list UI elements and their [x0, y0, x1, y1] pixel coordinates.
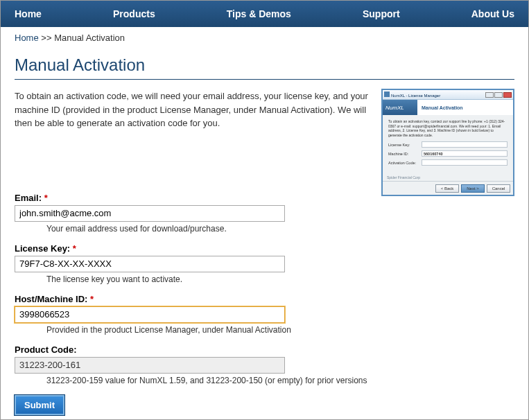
dialog-desc: To obtain an activation key, contact our… — [388, 119, 508, 137]
dialog-back-button: < Back — [435, 184, 459, 193]
email-help: Your email address used for download/pur… — [46, 224, 514, 234]
license-manager-screenshot: NumXL - License Manager NumXL Manual Act… — [381, 89, 514, 196]
close-icon — [503, 92, 512, 98]
license-key-field[interactable] — [15, 256, 285, 272]
machine-id-field[interactable] — [15, 306, 285, 323]
breadcrumb: Home >> Manual Activation — [1, 27, 528, 49]
top-nav: Home Products Tips & Demos Support About… — [1, 1, 528, 27]
machine-id-help: Provided in the product License Manager,… — [46, 325, 514, 335]
license-help: The license key you want to activate. — [46, 274, 514, 284]
breadcrumb-home-link[interactable]: Home — [15, 33, 39, 43]
product-code-help: 31223-200-159 value for NumXL 1.59, and … — [46, 376, 514, 385]
dialog-activation-label: Activation Code: — [388, 161, 422, 165]
breadcrumb-current: Manual Activation — [54, 33, 125, 43]
breadcrumb-sep: >> — [41, 33, 51, 43]
minimize-icon — [485, 92, 494, 98]
maximize-icon — [494, 92, 503, 98]
nav-tips-demos[interactable]: Tips & Demos — [227, 8, 291, 19]
nav-products[interactable]: Products — [113, 8, 155, 19]
dialog-license-label: License Key: — [388, 143, 422, 147]
page-title: Manual Activation — [15, 55, 514, 80]
dialog-machine-label: Machine ID: — [388, 152, 422, 156]
product-code-label: Product Code: — [15, 344, 514, 355]
dialog-header-text: Manual Activation — [417, 100, 513, 115]
dialog-license-value — [422, 141, 508, 148]
dialog-title: NumXL - License Manager — [384, 91, 440, 98]
license-label: License Key: * — [15, 243, 514, 254]
dialog-next-button: Next > — [461, 184, 485, 193]
dialog-activation-value — [422, 159, 508, 166]
email-field[interactable] — [15, 205, 285, 222]
product-code-field[interactable] — [15, 357, 285, 374]
nav-about-us[interactable]: About Us — [471, 8, 514, 19]
dialog-logo: NumXL — [383, 105, 417, 111]
nav-support[interactable]: Support — [363, 8, 400, 19]
intro-text: To obtain an activation code, we will ne… — [15, 89, 368, 130]
required-mark: * — [90, 294, 94, 304]
required-mark: * — [44, 193, 48, 203]
submit-button[interactable]: Submit — [15, 395, 64, 415]
activation-form: Email: * Your email address used for dow… — [15, 193, 514, 415]
machine-id-label: Host/Machine ID: * — [15, 294, 514, 304]
dialog-cancel-button: Cancel — [487, 184, 510, 193]
nav-home[interactable]: Home — [15, 8, 42, 19]
required-mark: * — [73, 243, 76, 254]
dialog-corp: Spider Financial Corp — [387, 175, 420, 180]
dialog-machine-value: 560160740 — [422, 150, 508, 157]
